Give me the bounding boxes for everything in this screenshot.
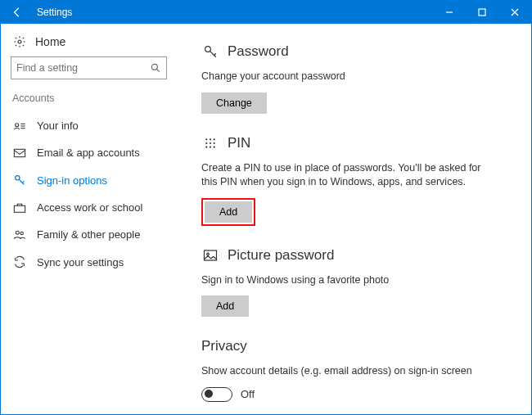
svg-point-17 [20, 232, 23, 234]
sidebar-group-label: Accounts [11, 92, 167, 104]
titlebar: Settings [1, 1, 531, 24]
svg-line-20 [214, 53, 216, 55]
close-button[interactable] [498, 1, 531, 24]
svg-line-14 [22, 181, 24, 183]
svg-rect-15 [14, 205, 25, 212]
svg-point-24 [205, 142, 207, 143]
sidebar-item-label: Family & other people [37, 228, 140, 241]
add-pin-highlight: Add [201, 198, 255, 226]
svg-rect-1 [479, 9, 485, 16]
section-password: Password Change your account password Ch… [201, 43, 507, 114]
search-box[interactable] [11, 56, 167, 79]
pin-desc: Create a PIN to use in place of password… [201, 161, 496, 190]
sidebar-item-sync-settings[interactable]: Sync your settings [11, 248, 167, 276]
svg-rect-11 [14, 149, 25, 156]
svg-point-22 [210, 138, 211, 140]
sidebar-item-label: Sync your settings [37, 256, 124, 268]
key-icon [12, 174, 27, 187]
sidebar-item-label: Your info [37, 120, 79, 132]
section-picture-password: Picture password Sign in to Windows usin… [201, 247, 507, 318]
key-icon [201, 44, 219, 59]
section-heading: PIN [228, 135, 250, 151]
svg-point-27 [205, 146, 207, 147]
mail-icon [12, 148, 27, 158]
search-icon [150, 62, 161, 74]
svg-point-31 [207, 253, 210, 255]
keypad-icon [201, 137, 219, 150]
content-pane: Password Change your account password Ch… [177, 24, 531, 414]
sidebar-item-email-accounts[interactable]: Email & app accounts [11, 139, 167, 166]
section-privacy: Privacy Show account details (e.g. email… [201, 338, 507, 402]
gear-icon [12, 35, 27, 48]
privacy-toggle[interactable] [201, 387, 232, 402]
sidebar-item-label: Sign-in options [37, 174, 107, 187]
svg-point-7 [16, 123, 19, 126]
svg-point-18 [205, 47, 211, 52]
window-title: Settings [34, 7, 72, 18]
home-button[interactable]: Home [11, 32, 167, 56]
svg-line-6 [156, 69, 159, 71]
svg-point-5 [151, 64, 157, 70]
svg-point-16 [16, 231, 19, 234]
sidebar-item-your-info[interactable]: Your info [11, 112, 167, 139]
section-pin: PIN Create a PIN to use in place of pass… [201, 135, 507, 226]
svg-point-29 [214, 146, 215, 147]
search-input[interactable] [16, 62, 150, 74]
svg-point-28 [210, 146, 211, 147]
maximize-button[interactable] [466, 1, 498, 24]
password-desc: Change your account password [201, 70, 496, 84]
sidebar-item-sign-in-options[interactable]: Sign-in options [11, 166, 167, 194]
sidebar-item-access-work-school[interactable]: Access work or school [11, 194, 167, 221]
sidebar-item-label: Access work or school [37, 201, 142, 214]
change-password-button[interactable]: Change [201, 92, 267, 114]
privacy-desc: Show account details (e.g. email address… [201, 364, 496, 379]
briefcase-icon [12, 202, 27, 214]
privacy-toggle-label: Off [241, 388, 255, 400]
home-label: Home [35, 35, 65, 48]
sidebar: Home Accounts Your info Email & app acco… [1, 24, 177, 414]
sync-icon [12, 255, 27, 268]
svg-point-25 [210, 142, 211, 143]
sidebar-item-label: Email & app accounts [37, 147, 140, 159]
add-picture-password-button[interactable]: Add [201, 295, 249, 317]
section-heading: Privacy [201, 338, 507, 354]
picture-desc: Sign in to Windows using a favorite phot… [201, 273, 496, 288]
svg-point-4 [18, 40, 21, 43]
minimize-button[interactable] [433, 1, 466, 24]
add-pin-button[interactable]: Add [205, 201, 252, 223]
svg-rect-30 [205, 250, 217, 260]
picture-icon [201, 249, 219, 262]
back-button[interactable] [1, 1, 34, 24]
svg-point-26 [214, 142, 215, 143]
person-card-icon [12, 121, 27, 131]
section-heading: Password [228, 43, 289, 60]
section-heading: Picture password [228, 247, 334, 264]
svg-point-23 [214, 138, 215, 140]
people-icon [12, 229, 27, 241]
svg-point-21 [205, 138, 207, 140]
sidebar-item-family-people[interactable]: Family & other people [11, 221, 167, 248]
svg-point-12 [16, 176, 20, 180]
